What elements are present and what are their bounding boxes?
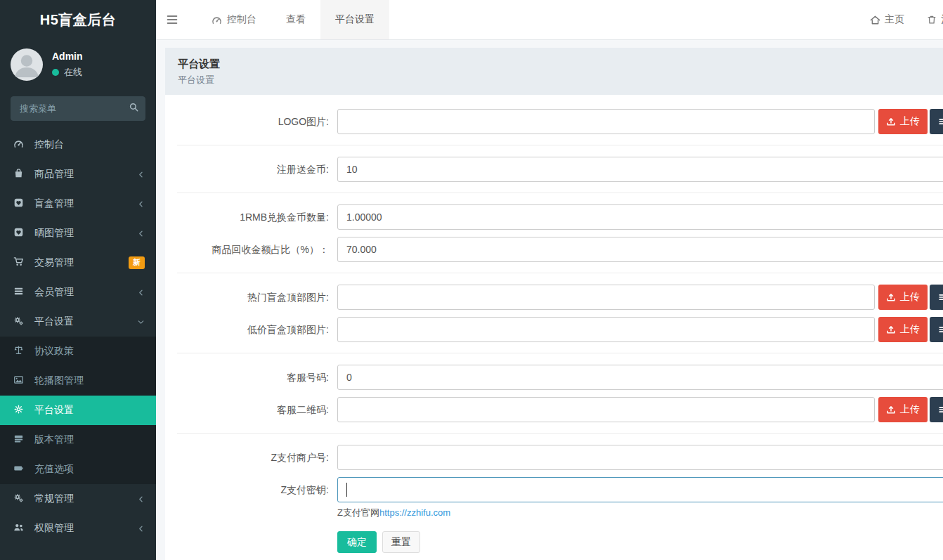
form-row-zpay-merchant: Z支付商户号:	[177, 445, 943, 470]
upload-button[interactable]: 上传	[878, 397, 928, 422]
sidebar-item-platform-settings[interactable]: 平台设置	[0, 396, 156, 425]
sidebar-item-label: 权限管理	[34, 522, 137, 535]
upload-button-label: 上传	[900, 403, 920, 416]
cogs-icon	[13, 315, 24, 326]
menu-lines-icon	[938, 117, 943, 126]
sidebar-item-members[interactable]: 会员管理	[0, 278, 156, 307]
field-label: 客服号码:	[177, 365, 337, 390]
sidebar-item-policy[interactable]: 协议政策	[0, 337, 156, 366]
hamburger-icon[interactable]	[156, 0, 188, 39]
cheap-box-image-input[interactable]	[337, 317, 875, 342]
chevron-left-icon	[137, 200, 145, 208]
tab-dashboard[interactable]: 控制台	[197, 0, 271, 39]
search-input[interactable]	[11, 96, 145, 121]
menu-lines-icon	[938, 292, 943, 302]
dashboard-icon	[212, 15, 222, 25]
sidebar-item-label: 交易管理	[34, 256, 129, 269]
sidebar-item-goods[interactable]: 商品管理	[0, 159, 156, 189]
input-wrap	[337, 237, 943, 262]
field-label: 热门盲盒顶部图片:	[177, 285, 337, 310]
reset-button[interactable]: 重置	[382, 531, 420, 553]
sidebar-item-label: 会员管理	[34, 286, 137, 299]
choose-button[interactable]: 选择	[930, 109, 943, 134]
menu-lines-icon	[938, 405, 943, 415]
choose-button[interactable]: 选择	[930, 397, 943, 422]
person-icon	[11, 48, 43, 81]
sidebar-item-dashboard[interactable]: 控制台	[0, 130, 156, 159]
logo-image-input[interactable]	[337, 109, 875, 134]
field-label: 注册送金币:	[177, 157, 337, 182]
search-icon[interactable]	[129, 102, 139, 112]
sidebar-item-permissions[interactable]: 权限管理	[0, 514, 156, 543]
form-group: LOGO图片:上传选择	[177, 109, 943, 145]
sidebar-item-label: 盲盒管理	[34, 197, 137, 210]
recycle-percent-input[interactable]	[337, 237, 943, 262]
field-label: 商品回收金额占比（%）：	[177, 237, 337, 262]
register-coins-input[interactable]	[337, 157, 943, 182]
field-label: Z支付商户号:	[177, 445, 337, 470]
input-wrap	[337, 317, 875, 342]
box-heart-icon	[13, 227, 24, 237]
service-qrcode-input[interactable]	[337, 397, 875, 422]
recharge-icon	[13, 463, 24, 474]
image-icon	[13, 375, 24, 385]
zpay-merchant-input[interactable]	[337, 445, 943, 470]
upload-button[interactable]: 上传	[878, 285, 928, 310]
upload-button-label: 上传	[900, 115, 920, 128]
sidebar-submenu: 协议政策轮播图管理平台设置版本管理充值选项	[0, 337, 156, 484]
sidebar-item-trade[interactable]: 交易管理新	[0, 248, 156, 278]
upload-button[interactable]: 上传	[878, 109, 928, 134]
tab-platform-settings[interactable]: 平台设置	[320, 0, 389, 39]
tab-label: 控制台	[227, 13, 256, 26]
zpay-secret-input[interactable]	[337, 477, 943, 502]
home-link[interactable]: 主页	[870, 13, 904, 26]
form-row-rmb-coin-rate: 1RMB兑换金币数量:	[177, 204, 943, 230]
form-row-recycle-percent: 商品回收金额占比（%）：	[177, 237, 943, 262]
chevron-left-icon	[137, 525, 145, 533]
service-number-input[interactable]	[337, 365, 943, 390]
cart-icon	[13, 256, 24, 267]
tab-label: 平台设置	[335, 13, 375, 26]
card-header: 平台设置 平台设置	[165, 48, 943, 95]
zpay-helper-text: Z支付官网	[337, 507, 379, 518]
hot-box-image-input[interactable]	[337, 285, 875, 310]
input-wrap	[337, 477, 943, 502]
trash-icon	[927, 15, 937, 25]
sidebar-item-label: 协议政策	[34, 345, 145, 358]
choose-button[interactable]: 选择	[930, 285, 943, 310]
gear-icon	[13, 404, 24, 415]
zpay-link[interactable]: https://zzhifu.com	[379, 507, 450, 518]
home-label: 主页	[885, 13, 904, 26]
sidebar-item-photos[interactable]: 晒图管理	[0, 219, 156, 248]
menu-lines-icon	[938, 325, 943, 334]
versions-icon	[13, 434, 24, 444]
rmb-coin-rate-input[interactable]	[337, 204, 943, 230]
upload-icon	[886, 405, 896, 415]
sidebar-item-banner[interactable]: 轮播图管理	[0, 366, 156, 396]
sidebar-item-versions[interactable]: 版本管理	[0, 425, 156, 455]
form-row-cheap-box-image: 低价盲盒顶部图片:上传选择	[177, 317, 943, 342]
tab-view[interactable]: 查看	[271, 0, 320, 39]
user-panel: Admin 在线	[0, 40, 156, 88]
sidebar-item-blindbox[interactable]: 盲盒管理	[0, 189, 156, 219]
form-group: 注册送金币:	[177, 145, 943, 193]
choose-button[interactable]: 选择	[930, 317, 943, 342]
sidebar-item-general[interactable]: 常规管理	[0, 484, 156, 514]
input-wrap	[337, 445, 943, 470]
dashboard-icon	[13, 138, 24, 149]
form-row-register-coins: 注册送金币:	[177, 157, 943, 182]
submit-button[interactable]: 确定	[337, 531, 377, 553]
sidebar-item-recharge[interactable]: 充值选项	[0, 455, 156, 484]
clear-cache-link[interactable]: 清除缓存	[927, 13, 943, 26]
chevron-left-icon	[137, 289, 145, 297]
sidebar-item-label: 版本管理	[34, 434, 145, 446]
input-wrap	[337, 109, 875, 134]
upload-button[interactable]: 上传	[878, 317, 928, 342]
chevron-down-icon	[137, 318, 145, 326]
sidebar-item-label: 控制台	[34, 138, 145, 151]
sidebar-item-label: 平台设置	[34, 404, 145, 417]
sidebar-item-platform[interactable]: 平台设置	[0, 307, 156, 337]
box-heart-icon	[13, 197, 24, 208]
page-subtitle: 平台设置	[178, 74, 943, 86]
sidebar-item-label: 晒图管理	[34, 227, 137, 240]
